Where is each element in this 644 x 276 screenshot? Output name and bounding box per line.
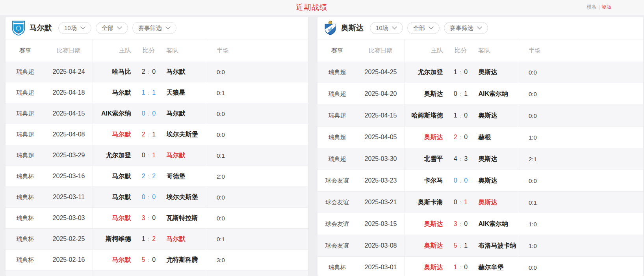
match-cell: 奥斯卡港 0 : 1 奥斯达 [405, 198, 517, 207]
column-divider [405, 39, 405, 276]
away-team-name: 马尔默 [167, 68, 205, 76]
date-cell: 2025-02-25 [45, 235, 93, 242]
date-cell: 2025-04-20 [357, 90, 405, 97]
halftime-cell: 0:1 [517, 199, 643, 206]
table-row[interactable]: 球会友谊 2025-03-15 奥斯达 3 : 0 AIK索尔纳 1:0 [317, 213, 643, 235]
home-score: 0 [454, 90, 457, 97]
malmo-crest-icon [12, 21, 25, 35]
away-team-name: 赫根 [479, 133, 517, 142]
halftime-cell: 1:0 [517, 242, 643, 249]
score-cell: 0 : 0 [448, 177, 474, 184]
score-cell: 3 : 0 [448, 220, 474, 228]
league-cell: 瑞典超 [6, 89, 45, 97]
table-row[interactable]: 瑞典杯 2025-03-11 马尔默 0 : 0 埃尔夫斯堡 0:0 [6, 187, 308, 208]
table-row[interactable]: 球会友谊 2025-03-23 卡尔马 0 : 0 奥斯达 0:0 [317, 170, 643, 192]
table-row[interactable]: 球会友谊 2025-03-08 奥斯达 5 : 1 布洛马波卡纳 1:0 [317, 235, 643, 257]
table-row[interactable]: 瑞典杯 2025-03-16 马尔默 2 : 2 哥德堡 2:0 [6, 166, 308, 187]
score-colon: : [148, 90, 150, 96]
dropdown-label: 10场 [64, 24, 77, 32]
away-score: 2 [152, 173, 156, 180]
team-panel-malmo: 马尔默 10场 全部 赛事筛选 赛事 比赛日期 主队 比分 客队 半场 瑞典超 … [6, 17, 308, 276]
halftime-cell: 2:1 [517, 156, 643, 162]
score-cell: 1 : 0 [448, 69, 474, 76]
home-score: 0 [142, 110, 145, 117]
league-cell: 瑞典超 [6, 68, 45, 76]
score-colon: : [148, 236, 150, 242]
halftime-cell: 0:0 [517, 91, 643, 97]
match-cell: 卡尔马 0 : 0 奥斯达 [405, 177, 517, 185]
table-row[interactable]: 瑞典超 2025-04-24 哈马比 2 : 0 马尔默 0:0 [6, 62, 308, 82]
match-cell: 奥斯达 3 : 0 AIK索尔纳 [405, 220, 517, 228]
date-cell: 2025-04-08 [45, 131, 93, 138]
table-row[interactable]: 瑞典杯 2025-02-16 马尔默 5 : 0 尤特斯科腾 3:0 [6, 250, 308, 270]
table-row[interactable]: 瑞典超 2025-04-15 AIK索尔纳 0 : 0 马尔默 0:0 [6, 103, 308, 124]
away-team-name: 赫尔辛堡 [479, 263, 517, 272]
league-cell: 球会友谊 [317, 242, 357, 250]
table-row[interactable]: 瑞典超 2025-03-29 尤尔加登 0 : 1 马尔默 0:1 [6, 145, 308, 166]
halftime-cell: 1:0 [517, 134, 643, 141]
home-score: 0 [454, 177, 457, 184]
score-cell: 3 : 0 [136, 214, 162, 222]
col-header-league: 赛事 [317, 47, 357, 54]
score-colon: : [148, 153, 150, 159]
match-cell: 马尔默 5 : 0 尤特斯科腾 [93, 256, 205, 264]
halftime-cell: 0:0 [205, 194, 308, 201]
matches-count-dropdown[interactable]: 10场 [58, 22, 91, 34]
table-row[interactable]: 瑞典杯 2025-02-25 斯柯维德 1 : 2 马尔默 0:1 [6, 229, 308, 250]
home-team-name: 马尔默 [93, 172, 131, 181]
vertical-view-button[interactable]: 竖版 [601, 4, 612, 10]
home-score: 1 [142, 235, 145, 242]
table-row[interactable]: 瑞典超 2025-04-08 马尔默 2 : 1 埃尔夫斯堡 0:0 [6, 124, 308, 145]
score-cell: 2 : 0 [448, 134, 474, 141]
halftime-cell: 0:0 [517, 264, 643, 271]
table-row[interactable]: 瑞典超 2025-04-25 尤尔加登 1 : 0 奥斯达 0:0 [317, 62, 643, 83]
results-table-body: 瑞典超 2025-04-24 哈马比 2 : 0 马尔默 0:0 瑞典超 202… [6, 62, 308, 276]
score-cell: 5 : 0 [136, 256, 162, 263]
league-cell: 瑞典杯 [6, 194, 45, 201]
event-filter-dropdown[interactable]: 赛事筛选 [132, 22, 176, 34]
score-colon: : [148, 257, 150, 263]
date-cell: 2025-03-01 [357, 264, 405, 271]
date-cell: 2025-03-15 [357, 220, 405, 228]
date-cell: 2025-03-21 [357, 199, 405, 206]
home-score: 0 [142, 194, 145, 201]
table-row[interactable]: 瑞典超 2025-04-18 马尔默 1 : 1 天狼星 0:1 [6, 82, 308, 103]
away-team-name: 埃尔夫斯堡 [167, 131, 205, 139]
table-row[interactable]: 瑞典超 2025-04-15 哈姆斯塔德 1 : 0 奥斯达 0:0 [317, 105, 643, 127]
score-colon: : [148, 215, 150, 221]
scope-dropdown[interactable]: 全部 [96, 22, 128, 34]
scope-dropdown[interactable]: 全部 [407, 22, 440, 34]
table-row[interactable]: 瑞典超 2025-04-05 奥斯达 2 : 0 赫根 1:0 [317, 127, 643, 148]
home-team-name: 奥斯达 [405, 90, 443, 98]
match-cell: 斯柯维德 1 : 2 马尔默 [93, 235, 205, 243]
away-score: 1 [464, 242, 468, 249]
col-header-home: 主队 [405, 47, 443, 54]
away-score: 1 [152, 152, 156, 159]
table-row[interactable]: 瑞典超 2025-03-30 北雪平 4 : 3 奥斯达 2:1 [317, 148, 643, 170]
table-row[interactable]: 瑞典杯 2025-03-01 奥斯达 1 : 0 赫尔辛堡 0:0 [317, 257, 643, 276]
matches-count-dropdown[interactable]: 10场 [370, 22, 403, 34]
match-cell: 北雪平 4 : 3 奥斯达 [405, 155, 517, 163]
away-team-name: 奥斯达 [479, 177, 517, 185]
table-row[interactable]: 瑞典超 2025-04-20 奥斯达 0 : 1 AIK索尔纳 0:0 [317, 83, 643, 105]
halftime-cell: 3:0 [205, 257, 308, 263]
col-header-away: 客队 [479, 47, 517, 54]
table-row[interactable]: 球会友谊 2025-03-21 奥斯卡港 0 : 1 奥斯达 0:1 [317, 192, 643, 213]
home-team-name: 马尔默 [93, 256, 131, 264]
chevron-down-icon [477, 26, 482, 30]
away-team-name: AIK索尔纳 [479, 90, 517, 98]
league-cell: 瑞典超 [317, 112, 357, 119]
date-cell: 2025-04-25 [357, 69, 405, 76]
view-toggle: 横板|竖版 [587, 4, 612, 11]
away-score: 0 [152, 194, 156, 201]
event-filter-dropdown[interactable]: 赛事筛选 [444, 22, 488, 34]
score-cell: 0 : 1 [448, 199, 474, 206]
home-team-name: 北雪平 [405, 155, 443, 163]
col-header-score: 比分 [448, 47, 474, 55]
league-cell: 瑞典杯 [6, 214, 45, 222]
halftime-cell: 0:0 [205, 215, 308, 222]
score-colon: : [148, 69, 150, 75]
column-divider [205, 39, 205, 276]
horizontal-view-button[interactable]: 横板 [587, 4, 597, 10]
table-row[interactable]: 瑞典杯 2025-03-03 马尔默 3 : 0 瓦斯特拉斯 0:0 [6, 208, 308, 229]
